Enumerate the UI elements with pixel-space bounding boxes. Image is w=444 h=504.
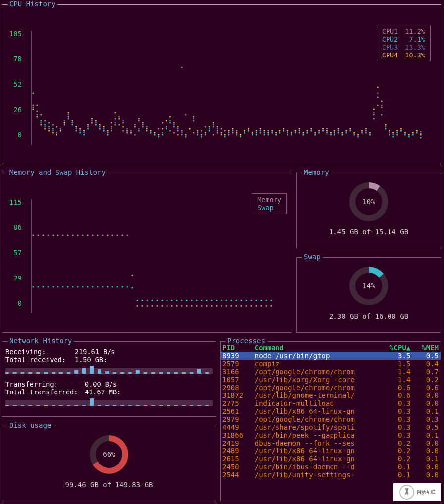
- svg-point-86: [365, 132, 367, 133]
- svg-point-313: [79, 128, 81, 129]
- header-mem[interactable]: %MEM: [412, 344, 441, 352]
- svg-point-462: [87, 286, 88, 287]
- process-row[interactable]: 2579compiz1.50.4: [221, 360, 441, 368]
- process-row[interactable]: 2489/usr/lib/x86_64-linux-gn0.20.0: [221, 447, 441, 455]
- svg-point-471: [131, 287, 133, 288]
- svg-point-475: [151, 300, 153, 301]
- svg-point-21: [111, 126, 112, 127]
- svg-point-444: [240, 305, 242, 307]
- header-cmd[interactable]: Command: [253, 344, 385, 352]
- svg-point-111: [71, 124, 73, 125]
- process-row[interactable]: 1057/usr/lib/xorg/Xorg -core1.40.2: [221, 376, 441, 384]
- svg-point-327: [134, 126, 136, 127]
- svg-point-166: [287, 132, 288, 133]
- svg-point-373: [314, 132, 316, 133]
- process-table-header[interactable]: PID Command %CPU▲ %MEM: [221, 344, 441, 352]
- svg-point-323: [118, 118, 120, 119]
- svg-point-497: [260, 300, 262, 301]
- swap-donut: 14%: [349, 267, 388, 305]
- svg-point-380: [342, 132, 343, 133]
- svg-point-492: [235, 300, 237, 301]
- svg-point-242: [193, 118, 194, 119]
- ms-axis-29: 29: [2, 274, 22, 282]
- svg-point-304: [44, 128, 46, 129]
- cpu-axis-26: 26: [2, 106, 22, 113]
- panel-processes[interactable]: Processes PID Command %CPU▲ %MEM 8939nod…: [220, 341, 441, 501]
- svg-point-461: [82, 286, 83, 287]
- svg-point-409: [67, 234, 68, 236]
- svg-point-392: [388, 130, 390, 131]
- svg-point-167: [291, 134, 292, 135]
- svg-point-42: [193, 132, 194, 133]
- header-pid[interactable]: PID: [221, 344, 253, 352]
- process-row[interactable]: 2908/opt/google/chrome/chrom0.60.6: [221, 384, 441, 392]
- swap-line: 2.30 GB of 16.00 GB: [297, 312, 441, 320]
- svg-point-496: [255, 300, 257, 301]
- svg-point-454: [47, 286, 49, 287]
- swap-pct: 14%: [362, 282, 375, 290]
- svg-point-470: [126, 286, 128, 287]
- svg-point-185: [361, 132, 363, 133]
- process-row[interactable]: 2615/usr/lib/x86_64-linux-gn0.20.1: [221, 455, 441, 463]
- panel-title-cpu: CPU History: [7, 0, 57, 8]
- svg-point-197: [408, 136, 410, 137]
- process-row[interactable]: 8939node /usr/bin/gtop3.50.5: [221, 352, 441, 360]
- process-table[interactable]: PID Command %CPU▲ %MEM 8939node /usr/bin…: [221, 344, 441, 479]
- ms-axis-86: 86: [2, 224, 22, 231]
- svg-point-369: [299, 128, 300, 129]
- svg-point-449: [265, 305, 267, 307]
- svg-point-181: [345, 132, 347, 133]
- process-row[interactable]: 2775indicator-multiload0.30.0: [221, 399, 441, 407]
- svg-point-217: [95, 122, 97, 123]
- process-row[interactable]: 2419dbus-daemon --fork --ses0.20.0: [221, 439, 441, 447]
- svg-point-478: [166, 300, 167, 301]
- svg-point-24: [122, 130, 124, 131]
- svg-point-221: [111, 128, 112, 129]
- svg-point-303: [40, 124, 42, 125]
- svg-point-446: [250, 305, 252, 307]
- svg-point-203: [40, 122, 42, 123]
- svg-point-227: [134, 134, 136, 135]
- svg-point-61: [267, 130, 269, 131]
- header-cpu[interactable]: %CPU▲: [385, 344, 413, 352]
- svg-point-22: [114, 118, 116, 119]
- process-row[interactable]: 31872/usr/lib/gnome-terminal/0.60.0: [221, 392, 441, 399]
- svg-point-326: [130, 132, 132, 133]
- svg-point-388: [373, 108, 375, 110]
- svg-point-399: [416, 130, 418, 131]
- memory-donut: 10%: [349, 182, 388, 221]
- svg-point-228: [138, 128, 140, 129]
- svg-point-362: [271, 130, 273, 131]
- svg-point-405: [47, 234, 49, 236]
- svg-point-349: [221, 132, 222, 133]
- svg-point-365: [283, 128, 284, 129]
- svg-point-23: [118, 124, 120, 125]
- svg-point-423: [136, 305, 138, 307]
- svg-point-159: [260, 130, 261, 131]
- process-row[interactable]: 2561/usr/lib/x86_64-linux-gn0.30.1: [221, 407, 441, 415]
- svg-point-367: [291, 132, 292, 133]
- svg-point-143: [197, 132, 198, 133]
- svg-point-40: [185, 114, 187, 115]
- svg-point-38: [177, 134, 179, 135]
- svg-point-376: [326, 130, 328, 131]
- svg-point-498: [265, 300, 267, 301]
- process-row[interactable]: 2450/usr/bin/ibus-daemon --d0.10.0: [221, 463, 441, 471]
- svg-point-196: [404, 134, 406, 135]
- process-row[interactable]: 2544/usr/lib/unity-settings-0.10.0: [221, 471, 441, 479]
- process-row[interactable]: 2979/opt/google/chrome/chrom0.30.3: [221, 415, 441, 423]
- svg-point-246: [209, 128, 210, 129]
- svg-point-375: [322, 128, 324, 129]
- svg-point-212: [75, 128, 77, 129]
- process-row[interactable]: 3166/opt/google/chrome/chrom1.40.7: [221, 368, 441, 376]
- svg-point-324: [122, 126, 124, 127]
- svg-point-145: [205, 134, 206, 135]
- svg-point-179: [338, 130, 339, 131]
- svg-point-398: [412, 132, 414, 133]
- panel-disk: Disk usage 66% 99.46 GB of 149.83 GB: [2, 426, 216, 501]
- svg-point-290: [381, 104, 383, 106]
- process-row[interactable]: 4449/usr/share/spotify/spoti0.30.5: [221, 423, 441, 431]
- svg-point-378: [334, 130, 335, 131]
- process-row[interactable]: 31866/usr/bin/peek --gapplica0.30.1: [221, 431, 441, 439]
- memswap-chart: [31, 199, 279, 328]
